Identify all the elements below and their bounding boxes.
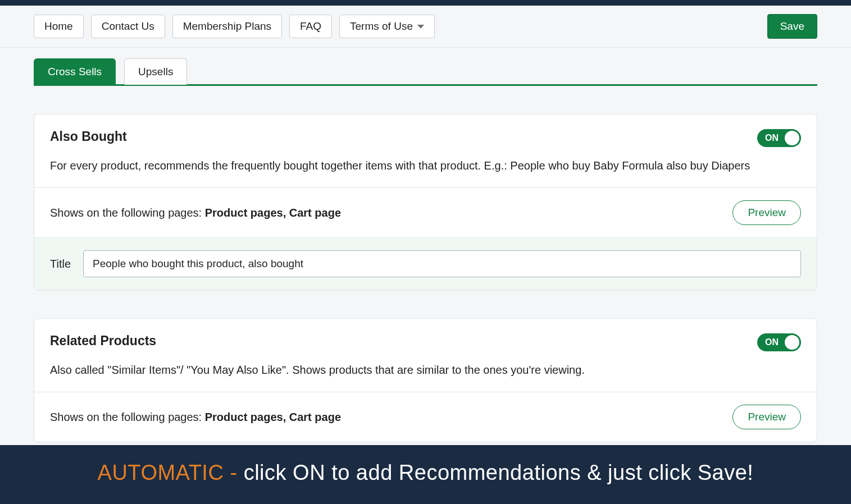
toggle-also-bought[interactable]: ON [757,129,801,147]
card-pages-row: Shows on the following pages: Product pa… [34,187,817,237]
tab-cross-sells[interactable]: Cross Sells [34,58,116,85]
save-button[interactable]: Save [767,14,817,39]
title-input[interactable] [83,250,801,277]
chevron-down-icon [417,25,424,29]
bottom-banner: AUTOMATIC - click ON to add Recommendati… [0,445,851,470]
card-description: For every product, recommends the freque… [34,147,817,187]
tab-label: Upsells [138,66,173,77]
nav-buttons: Home Contact Us Membership Plans FAQ Ter… [34,15,435,38]
card-header: Related Products ON [34,319,817,351]
title-field-label: Title [50,258,71,271]
card-description: Also called "Similar Items"/ "You May Al… [34,351,817,392]
nav-contact-us[interactable]: Contact Us [91,15,165,38]
card-pages-row: Shows on the following pages: Product pa… [34,392,817,442]
preview-button[interactable]: Preview [732,200,801,225]
nav-label: Terms of Use [350,20,413,33]
banner-accent: AUTOMATIC - [98,461,244,470]
nav-faq[interactable]: FAQ [289,15,332,38]
toggle-related-products[interactable]: ON [757,333,801,351]
toggle-knob [785,335,799,350]
pages-value: Product pages, Cart page [205,207,341,219]
nav-label: Contact Us [102,20,154,33]
tab-upsells[interactable]: Upsells [124,58,187,85]
nav-terms-of-use[interactable]: Terms of Use [339,15,435,38]
nav-bar: Home Contact Us Membership Plans FAQ Ter… [0,6,851,48]
pages-prefix: Shows on the following pages: [50,207,205,219]
toggle-label: ON [765,337,779,347]
pages-text: Shows on the following pages: Product pa… [50,411,341,424]
preview-label: Preview [748,411,786,423]
pages-text: Shows on the following pages: Product pa… [50,207,341,219]
preview-button[interactable]: Preview [732,405,801,429]
banner-rest: click ON to add Recommendations & just c… [244,461,754,470]
nav-label: Membership Plans [183,20,271,33]
pages-prefix: Shows on the following pages: [50,411,205,423]
card-title: Related Products [50,333,156,349]
card-also-bought: Also Bought ON For every product, recomm… [34,114,817,290]
pages-value: Product pages, Cart page [205,411,341,423]
main-content: Cross Sells Upsells Also Bought ON For e… [0,58,851,442]
card-title: Also Bought [50,129,127,144]
nav-label: FAQ [300,20,321,33]
card-header: Also Bought ON [34,114,817,147]
card-related-products: Related Products ON Also called "Similar… [34,318,817,442]
toggle-label: ON [765,133,779,143]
cards-container: Also Bought ON For every product, recomm… [34,114,817,442]
nav-membership-plans[interactable]: Membership Plans [172,15,282,38]
nav-home[interactable]: Home [34,15,84,38]
nav-label: Home [44,20,73,33]
toggle-knob [785,131,799,145]
top-strip [0,0,851,6]
card-title-field-row: Title [34,237,817,290]
preview-label: Preview [748,207,786,218]
tabs: Cross Sells Upsells [34,58,817,86]
save-label: Save [780,20,804,32]
tab-label: Cross Sells [48,66,102,77]
